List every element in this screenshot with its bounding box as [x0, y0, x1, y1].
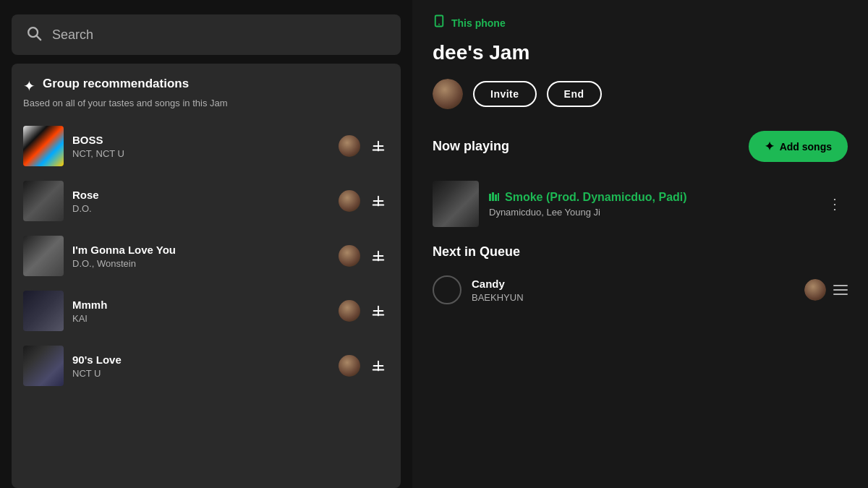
recommendations-title: Group recommendations [43, 77, 189, 91]
song-title: Mmmh [72, 299, 330, 311]
now-playing-track-name: Smoke (Prod. Dynamicduo, Padi) [489, 191, 812, 204]
song-item[interactable]: BOSS NCT, NCT U [23, 119, 389, 174]
song-actions [339, 300, 389, 322]
song-item[interactable]: Mmmh KAI [23, 283, 389, 338]
avatar [339, 190, 360, 212]
right-panel: This phone dee's Jam Invite End Now play… [412, 0, 868, 488]
add-to-queue-button[interactable] [367, 245, 389, 267]
sparkle-green-icon: ✦ [765, 140, 774, 153]
song-artist: NCT, NCT U [72, 148, 330, 159]
queue-track-actions [804, 279, 848, 301]
song-actions [339, 190, 389, 212]
phone-icon [433, 14, 446, 31]
song-item[interactable]: Rose D.O. [23, 174, 389, 228]
song-artist: NCT U [72, 368, 330, 379]
song-actions [339, 135, 389, 157]
avatar [339, 245, 360, 267]
queue-section-title: Next in Queue [433, 244, 848, 260]
song-title: 90's Love [72, 354, 330, 366]
avatar [339, 300, 360, 322]
queue-track[interactable]: Candy BAEKHYUN [433, 270, 848, 310]
now-playing-title: Now playing [433, 139, 509, 154]
album-art [23, 291, 64, 331]
now-playing-track[interactable]: Smoke (Prod. Dynamicduo, Padi) Dynamicdu… [433, 174, 848, 234]
more-options-button[interactable]: ⋮ [822, 192, 848, 215]
avatar [339, 355, 360, 377]
queue-avatar [804, 279, 826, 301]
add-to-queue-button[interactable] [367, 190, 389, 212]
left-panel: Search ✦ Group recommendations Based on … [0, 0, 412, 488]
queue-track-info: Candy BAEKHYUN [472, 278, 794, 303]
now-playing-album-art [433, 181, 479, 227]
song-item[interactable]: 90's Love NCT U [23, 338, 389, 393]
album-art [23, 181, 64, 221]
recommendations-panel: ✦ Group recommendations Based on all of … [12, 64, 401, 488]
search-bar[interactable]: Search [12, 14, 401, 55]
queue-track-title: Candy [472, 278, 794, 290]
song-list: BOSS NCT, NCT U [23, 119, 389, 393]
svg-rect-21 [495, 194, 497, 201]
album-art [23, 126, 64, 166]
invite-button[interactable]: Invite [473, 81, 537, 107]
song-title: BOSS [72, 134, 330, 146]
search-label: Search [52, 27, 93, 43]
device-name: This phone [451, 17, 506, 29]
svg-rect-20 [492, 192, 494, 201]
device-indicator: This phone [433, 14, 848, 31]
jam-title: dee's Jam [433, 41, 848, 64]
song-item[interactable]: I'm Gonna Love You D.O., Wonstein [23, 228, 389, 283]
end-button[interactable]: End [547, 81, 602, 107]
svg-line-1 [37, 36, 41, 40]
song-info: Mmmh KAI [72, 299, 330, 324]
song-title: Rose [72, 189, 330, 201]
song-actions [339, 355, 389, 377]
queue-track-artist: BAEKHYUN [472, 292, 794, 303]
jam-actions: Invite End [433, 79, 848, 109]
avatar [339, 135, 360, 157]
add-songs-button[interactable]: ✦ Add songs [749, 131, 848, 162]
now-playing-header: Now playing ✦ Add songs [433, 131, 848, 162]
song-info: BOSS NCT, NCT U [72, 134, 330, 159]
song-title: I'm Gonna Love You [72, 244, 330, 256]
search-icon [26, 25, 42, 45]
add-to-queue-button[interactable] [367, 300, 389, 322]
song-artist: KAI [72, 313, 330, 324]
equalizer-icon [489, 191, 499, 203]
song-info: Rose D.O. [72, 189, 330, 214]
song-info: 90's Love NCT U [72, 354, 330, 379]
song-artist: D.O. [72, 203, 330, 214]
add-to-queue-button[interactable] [367, 135, 389, 157]
add-to-queue-button[interactable] [367, 355, 389, 377]
song-artist: D.O., Wonstein [72, 258, 330, 269]
song-info: I'm Gonna Love You D.O., Wonstein [72, 244, 330, 269]
recommendations-subtitle: Based on all of your tastes and songs in… [23, 98, 389, 108]
queue-track-placeholder [433, 275, 461, 304]
now-playing-artist: Dynamicduo, Lee Young Ji [489, 207, 812, 218]
svg-point-0 [28, 27, 38, 37]
sparkle-icon: ✦ [23, 77, 35, 95]
host-avatar [433, 79, 463, 109]
svg-rect-19 [489, 194, 491, 201]
recommendations-header: ✦ Group recommendations [23, 77, 389, 95]
album-art [23, 346, 64, 386]
now-playing-info: Smoke (Prod. Dynamicduo, Padi) Dynamicdu… [489, 191, 812, 218]
album-art [23, 236, 64, 276]
reorder-icon[interactable] [833, 285, 848, 295]
svg-rect-22 [498, 193, 499, 201]
song-actions [339, 245, 389, 267]
